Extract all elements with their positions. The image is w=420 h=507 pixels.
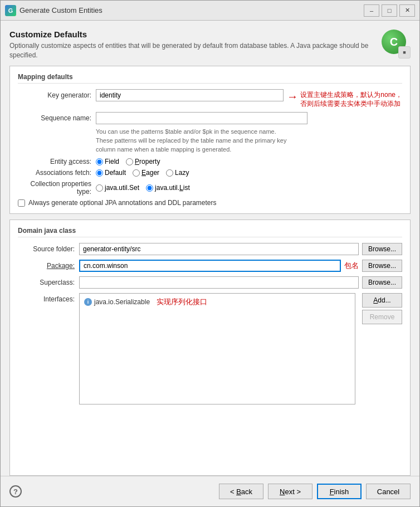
- arrow-annotation-icon: ←: [287, 90, 298, 103]
- back-button[interactable]: < Back: [219, 484, 263, 499]
- title-bar: G Generate Custom Entities – □ ✕: [1, 1, 419, 21]
- sequence-name-row: Sequence name:: [18, 112, 402, 124]
- remove-interface-button[interactable]: Remove: [362, 310, 402, 324]
- main-window: G Generate Custom Entities – □ ✕ Customi…: [0, 0, 420, 507]
- key-generator-annotation: 设置主键生成策略，默认为none，否则后续需要去实体类中手动添加: [300, 90, 402, 109]
- package-input-group: 包名 Browse...: [79, 260, 402, 272]
- always-generate-row: Always generate optional JPA annotations…: [18, 199, 402, 207]
- collection-type-row: Collection properties type: java.util.Se…: [18, 180, 402, 196]
- always-generate-label: Always generate optional JPA annotations…: [28, 199, 217, 207]
- superclass-browse-button[interactable]: Browse...: [362, 276, 402, 289]
- entity-access-field-option[interactable]: Field: [96, 158, 119, 165]
- page-logo: C ■: [382, 30, 411, 58]
- source-folder-input-group: Browse...: [79, 243, 402, 255]
- superclass-input[interactable]: [79, 276, 359, 289]
- package-browse-button[interactable]: Browse...: [362, 260, 402, 272]
- associations-fetch-label: Associations fetch:: [18, 169, 96, 177]
- header-text: Customize Defaults Optionally customize …: [9, 30, 376, 60]
- window-title: Generate Custom Entities: [19, 6, 364, 14]
- interfaces-section: Interfaces: i java.io.Serializable 实现序列化…: [18, 293, 402, 469]
- collection-set-option[interactable]: java.util.Set: [96, 184, 139, 192]
- package-input[interactable]: [79, 260, 341, 272]
- maximize-button[interactable]: □: [382, 4, 397, 17]
- package-annotation: 包名: [344, 261, 359, 271]
- interfaces-list: i java.io.Serializable 实现序列化接口: [79, 293, 355, 404]
- remove-btn-label: Remove: [370, 313, 395, 321]
- entity-access-label: Entity access:: [18, 158, 96, 165]
- close-button[interactable]: ✕: [399, 4, 415, 17]
- fetch-eager-option[interactable]: Eager: [133, 169, 159, 177]
- entity-access-property-option[interactable]: Property: [126, 158, 160, 165]
- fetch-default-option[interactable]: Default: [96, 169, 126, 177]
- associations-fetch-row: Associations fetch: Default Eager Lazy: [18, 169, 402, 177]
- fetch-lazy-option[interactable]: Lazy: [166, 169, 189, 177]
- source-folder-input[interactable]: [79, 243, 359, 255]
- main-content: Customize Defaults Optionally customize …: [1, 21, 419, 476]
- associations-fetch-group: Default Eager Lazy: [96, 169, 189, 177]
- info-icon: i: [84, 298, 92, 306]
- minimize-button[interactable]: –: [364, 4, 379, 17]
- logo-badge-icon: ■: [398, 46, 411, 58]
- page-header: Customize Defaults Optionally customize …: [9, 30, 411, 60]
- next-button[interactable]: Next >: [268, 484, 312, 499]
- package-label: Package:: [18, 262, 79, 270]
- cancel-button[interactable]: Cancel: [366, 484, 411, 499]
- key-generator-input[interactable]: [96, 89, 284, 101]
- add-interface-button[interactable]: AAdd...dd...: [362, 293, 402, 308]
- app-icon: G: [5, 5, 16, 16]
- window-controls: – □ ✕: [364, 4, 415, 17]
- entity-access-group: Field Property: [96, 158, 160, 165]
- interface-annotation: 实现序列化接口: [157, 297, 207, 307]
- page-subtitle: Optionally customize aspects of entities…: [9, 41, 376, 60]
- source-folder-row: Source folder: Browse...: [18, 243, 402, 255]
- footer: ? < Back Next > Finish Cancel: [1, 476, 419, 506]
- collection-type-label: Collection properties type:: [18, 180, 96, 196]
- sequence-name-label: Sequence name:: [18, 114, 96, 122]
- interfaces-label: Interfaces:: [18, 293, 79, 303]
- always-generate-checkbox[interactable]: [18, 199, 25, 207]
- entity-access-row: Entity access: Field Property: [18, 158, 402, 165]
- mapping-defaults-section: Mapping defaults Key generator: ← 设置主键生成…: [9, 66, 411, 214]
- interface-name: java.io.Serializable: [94, 298, 150, 306]
- mapping-defaults-header: Mapping defaults: [18, 73, 402, 84]
- domain-java-class-section: Domain java class Source folder: Browse.…: [9, 220, 411, 476]
- help-button[interactable]: ?: [9, 485, 22, 498]
- package-row: Package: 包名 Browse...: [18, 260, 402, 272]
- superclass-label: Superclass:: [18, 279, 79, 286]
- collection-type-group: java.util.Set java.util.List: [96, 184, 190, 192]
- finish-button[interactable]: Finish: [317, 484, 362, 499]
- key-generator-label: Key generator:: [18, 91, 96, 99]
- superclass-row: Superclass: Browse...: [18, 276, 402, 289]
- interfaces-buttons: AAdd...dd... Remove: [362, 293, 402, 404]
- sequence-annotation: You can use the patterns $table and/or $…: [96, 128, 402, 154]
- sequence-name-input[interactable]: [96, 112, 307, 124]
- page-title: Customize Defaults: [9, 30, 376, 39]
- domain-section-header: Domain java class: [18, 227, 402, 237]
- interfaces-content: i java.io.Serializable 实现序列化接口 AAdd...dd…: [79, 293, 402, 404]
- superclass-input-group: Browse...: [79, 276, 402, 289]
- source-folder-label: Source folder:: [18, 245, 79, 253]
- list-item[interactable]: i java.io.Serializable 实现序列化接口: [82, 296, 353, 308]
- source-folder-browse-button[interactable]: Browse...: [362, 243, 402, 255]
- collection-list-option[interactable]: java.util.List: [146, 184, 190, 192]
